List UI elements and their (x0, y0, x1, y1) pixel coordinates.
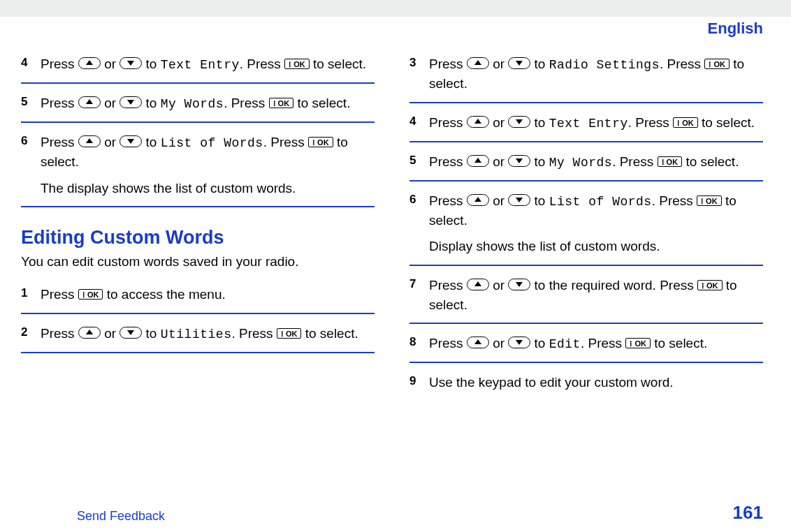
step-text: Press or to Radio Settings. Press ⁞ OK t… (429, 54, 763, 94)
step-number: 8 (409, 334, 429, 353)
page-number: 161 (733, 502, 763, 524)
step-text: Press or to Utilities. Press ⁞ OK to sel… (41, 324, 375, 343)
step-row: 6 Press or to List of Words. Press ⁞ OK … (409, 182, 763, 266)
step-text: Press or to Text Entry. Press ⁞ OK to se… (41, 54, 375, 74)
menu-item: List of Words (549, 195, 652, 209)
menu-item: Text Entry (549, 117, 628, 131)
section-intro: You can edit custom words saved in your … (21, 254, 375, 269)
down-arrow-icon (508, 279, 530, 290)
step-text: Press or to My Words. Press ⁞ OK to sele… (429, 152, 763, 172)
up-arrow-icon (467, 194, 489, 206)
up-arrow-icon (78, 96, 101, 108)
left-column: 4 Press or to Text Entry. Press ⁞ OK to … (21, 45, 375, 401)
step-number: 3 (409, 54, 429, 94)
down-arrow-icon (508, 116, 530, 128)
step-number: 4 (21, 54, 41, 74)
ok-button-icon: ⁞ OK (78, 289, 103, 300)
step-number: 6 (21, 133, 41, 198)
ok-button-icon: ⁞ OK (308, 137, 333, 147)
step-number: 2 (21, 324, 41, 343)
step-number: 7 (409, 276, 429, 314)
step-row: 3 Press or to Radio Settings. Press ⁞ OK… (409, 45, 763, 103)
ok-button-icon: ⁞ OK (284, 59, 310, 69)
step-row: 5 Press or to My Words. Press ⁞ OK to se… (409, 142, 763, 182)
ok-button-icon: ⁞ OK (697, 195, 722, 206)
step-row: 1 Press ⁞ OK to access the menu. (21, 275, 375, 314)
page-content: 4 Press or to Text Entry. Press ⁞ OK to … (0, 38, 791, 401)
step-row: 5 Press or to My Words. Press ⁞ OK to se… (21, 84, 375, 123)
down-arrow-icon (119, 135, 142, 147)
menu-item: Text Entry (161, 58, 240, 72)
step-row: 7 Press or to the required word. Press ⁞… (409, 266, 763, 324)
down-arrow-icon (508, 57, 530, 69)
menu-item: My Words (161, 97, 224, 111)
up-arrow-icon (78, 135, 101, 147)
window-chrome (0, 0, 791, 17)
ok-button-icon: ⁞ OK (697, 280, 723, 290)
step-text: Press or to List of Words. Press ⁞ OK to… (429, 191, 763, 256)
up-arrow-icon (467, 155, 489, 167)
up-arrow-icon (78, 57, 101, 69)
up-arrow-icon (467, 116, 489, 128)
right-column: 3 Press or to Radio Settings. Press ⁞ OK… (409, 45, 763, 401)
step-text: Press or to the required word. Press ⁞ O… (429, 276, 763, 314)
step-number: 1 (21, 285, 41, 304)
menu-item: Edit (549, 337, 581, 351)
down-arrow-icon (119, 96, 142, 108)
step-number: 6 (409, 191, 429, 256)
step-row: 2 Press or to Utilities. Press ⁞ OK to s… (21, 314, 375, 353)
step-text: Press or to Text Entry. Press ⁞ OK to se… (429, 113, 763, 133)
step-text: Use the keypad to edit your custom word. (429, 373, 763, 392)
menu-item: Utilities (161, 327, 232, 341)
ok-button-icon: ⁞ OK (625, 338, 651, 348)
section-heading: Editing Custom Words (21, 227, 375, 249)
step-text: Press ⁞ OK to access the menu. (41, 285, 375, 304)
ok-button-icon: ⁞ OK (658, 156, 683, 167)
step-extra: Display shows the list of custom words. (429, 237, 763, 256)
down-arrow-icon (508, 194, 530, 206)
step-number: 5 (409, 152, 429, 172)
ok-button-icon: ⁞ OK (673, 117, 698, 128)
up-arrow-icon (467, 57, 489, 69)
step-text: Press or to My Words. Press ⁞ OK to sele… (41, 94, 375, 113)
down-arrow-icon (508, 155, 530, 167)
menu-item: My Words (549, 156, 612, 170)
step-number: 9 (409, 373, 429, 392)
step-row: 6 Press or to List of Words. Press ⁞ OK … (21, 123, 375, 207)
down-arrow-icon (119, 57, 142, 69)
up-arrow-icon (467, 337, 489, 348)
step-text: Press or to List of Words. Press ⁞ OK to… (41, 133, 375, 198)
step-extra: The display shows the list of custom wor… (41, 179, 375, 198)
step-row: 4 Press or to Text Entry. Press ⁞ OK to … (21, 45, 375, 84)
step-text: Press or to Edit. Press ⁞ OK to select. (429, 334, 763, 353)
step-row: 4 Press or to Text Entry. Press ⁞ OK to … (409, 103, 763, 142)
step-row: 8 Press or to Edit. Press ⁞ OK to select… (409, 324, 763, 363)
ok-button-icon: ⁞ OK (277, 328, 302, 339)
page-footer: Send Feedback 161 (0, 502, 791, 524)
ok-button-icon: ⁞ OK (704, 59, 730, 69)
up-arrow-icon (467, 279, 489, 290)
down-arrow-icon (508, 337, 530, 348)
send-feedback-link[interactable]: Send Feedback (77, 509, 165, 524)
step-number: 5 (21, 94, 41, 113)
language-label: English (0, 17, 791, 38)
up-arrow-icon (78, 327, 101, 339)
step-row: 9 Use the keypad to edit your custom wor… (409, 363, 763, 401)
menu-item: List of Words (161, 136, 263, 150)
down-arrow-icon (119, 327, 142, 339)
menu-item: Radio Settings (549, 58, 660, 72)
step-number: 4 (409, 113, 429, 133)
ok-button-icon: ⁞ OK (269, 98, 294, 108)
